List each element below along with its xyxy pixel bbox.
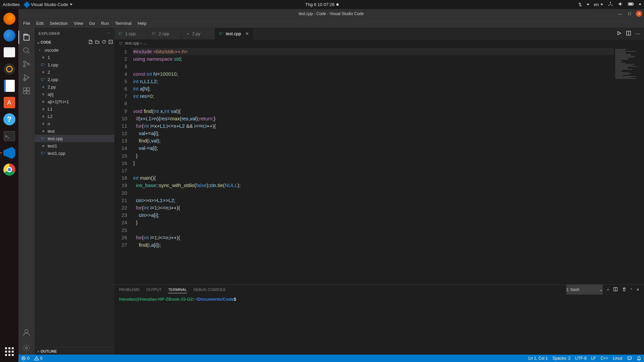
activity-extensions[interactable]	[18, 84, 35, 98]
activity-settings[interactable]	[18, 341, 35, 355]
panel-tab-terminal[interactable]: TERMINAL	[168, 286, 187, 293]
split-terminal-icon[interactable]	[613, 286, 618, 294]
battery-icon[interactable]	[628, 2, 634, 7]
dock-chromium[interactable]	[2, 163, 16, 177]
new-terminal-icon[interactable]: +	[607, 286, 609, 293]
tree-item-vscode[interactable]: ›.vscode	[35, 46, 114, 54]
breadcrumb[interactable]: C⁺ test.cpp › ...	[114, 40, 644, 47]
dock-files[interactable]	[2, 45, 16, 59]
dock-rhythmbox[interactable]	[2, 62, 16, 76]
status-errors[interactable]: 0	[21, 356, 30, 361]
editor-more-icon[interactable]: ⋯	[635, 31, 641, 37]
dock-show-apps[interactable]	[2, 345, 16, 359]
editor-tabs: C⁺1.cppC⁺2.cpp●2.pyC⁺test.cpp✕ ⋯	[114, 28, 644, 40]
sidebar-more-icon[interactable]: ⋯	[107, 31, 111, 36]
menu-go[interactable]: Go	[87, 20, 98, 27]
dock-libreoffice[interactable]	[2, 79, 16, 93]
chevron-right-icon[interactable]: ›	[36, 349, 41, 353]
tree-item-test[interactable]: ≡test	[35, 127, 114, 135]
network-icon[interactable]	[608, 1, 613, 8]
tree-item-2cpp[interactable]: C⁺2.cpp	[35, 76, 114, 83]
tree-item-L1[interactable]: ≡L1	[35, 105, 114, 113]
tree-item-testcpp[interactable]: C⁺test.cpp	[35, 135, 114, 142]
activities-button[interactable]: Activities	[3, 2, 20, 7]
tree-item-test1[interactable]: ≡test1	[35, 142, 114, 149]
activity-search[interactable]	[18, 44, 35, 57]
code-content[interactable]: #include <bits/stdc++.h>using namespace …	[133, 47, 614, 284]
kill-terminal-icon[interactable]	[622, 286, 627, 294]
close-button[interactable]: ✕	[636, 11, 642, 17]
activity-debug[interactable]	[18, 71, 35, 84]
workspace-root[interactable]: CODE	[41, 40, 88, 44]
status-feedback-icon[interactable]	[627, 356, 632, 361]
minimize-button[interactable]: —	[617, 11, 623, 17]
collapse-icon[interactable]	[108, 40, 113, 45]
accessibility-icon[interactable]: ⇅	[578, 2, 582, 7]
tree-item-1cpp[interactable]: C⁺1.cpp	[35, 61, 114, 68]
editor-tab-2py[interactable]: ●2.py	[181, 28, 215, 40]
dock-help[interactable]: ?	[2, 112, 16, 126]
menu-view[interactable]: View	[71, 20, 86, 27]
status-os[interactable]: Linux	[613, 356, 623, 361]
tree-item-2[interactable]: ≡2	[35, 68, 114, 76]
maximize-panel-icon[interactable]: ^	[631, 286, 632, 293]
close-tab-icon[interactable]: ✕	[245, 31, 249, 36]
menu-bar: File Edit Selection View Go Run Terminal…	[18, 18, 644, 28]
clock[interactable]: Thg 6 10 07:26	[305, 2, 339, 7]
tree-item-1[interactable]: ≡1	[35, 54, 114, 61]
tree-item-ai[interactable]: ≡a[i]	[35, 90, 114, 98]
tree-item-ai1ii1[interactable]: ≡a[i+1]?i:i+1	[35, 98, 114, 105]
new-file-icon[interactable]	[88, 40, 93, 45]
terminal-body[interactable]: hieudao@hieudao-HP-ZBook-15-G2:~/Documen…	[114, 295, 644, 355]
new-folder-icon[interactable]	[95, 40, 100, 45]
tree-item-test1cpp[interactable]: C⁺test1.cpp	[35, 149, 114, 157]
tree-item-2py[interactable]: ●2.py	[35, 83, 114, 90]
maximize-button[interactable]: ☐	[627, 11, 633, 17]
close-panel-icon[interactable]: ✕	[636, 286, 639, 293]
menu-selection[interactable]: Selection	[47, 20, 70, 27]
code-editor[interactable]: 1234567891011121314151617181920212223242…	[114, 47, 614, 284]
split-editor-icon[interactable]	[626, 31, 631, 37]
dock-terminal[interactable]: >_	[2, 129, 16, 143]
status-eol[interactable]: LF	[591, 356, 596, 361]
dock-vscode[interactable]	[2, 146, 16, 160]
menu-file[interactable]: File	[20, 20, 33, 27]
panel-tab-problems[interactable]: PROBLEMS	[119, 286, 140, 293]
run-icon[interactable]	[616, 31, 622, 37]
activity-accounts[interactable]	[18, 326, 35, 339]
svg-point-8	[23, 65, 25, 67]
status-language[interactable]: C++	[601, 356, 608, 361]
volume-icon[interactable]	[618, 1, 623, 8]
chevron-down-icon: ⌄	[599, 286, 603, 293]
activity-scm[interactable]	[18, 57, 35, 71]
chevron-down-icon[interactable]: ⌄	[36, 40, 41, 45]
status-indent[interactable]: Spaces: 2	[552, 356, 570, 361]
menu-edit[interactable]: Edit	[34, 20, 46, 27]
activity-explorer[interactable]	[18, 31, 35, 44]
dock-software[interactable]: A	[2, 96, 16, 110]
tree-item-n[interactable]: ≡n	[35, 120, 114, 127]
refresh-icon[interactable]	[102, 40, 106, 45]
terminal-selector[interactable]: 1: bash ⌄	[566, 285, 603, 295]
editor-tab-testcpp[interactable]: C⁺test.cpp✕	[215, 28, 253, 40]
panel-tab-output[interactable]: OUTPUT	[146, 286, 161, 293]
language-indicator[interactable]: en	[594, 2, 603, 7]
editor-tab-1cpp[interactable]: C⁺1.cpp	[114, 28, 148, 40]
editor-tab-2cpp[interactable]: C⁺2.cpp	[148, 28, 181, 40]
status-cursor[interactable]: Ln 1, Col 1	[528, 356, 548, 361]
outline-section[interactable]: OUTLINE	[41, 349, 57, 353]
dock-thunderbird[interactable]	[2, 28, 16, 43]
tree-item-L2[interactable]: ≡L2	[35, 113, 114, 120]
minimap[interactable]	[614, 47, 644, 284]
line-number-gutter: 1234567891011121314151617181920212223242…	[114, 47, 133, 284]
gnome-top-bar: Activities Visual Studio Code Thg 6 10 0…	[0, 0, 644, 9]
status-warnings[interactable]: 0	[34, 356, 43, 361]
menu-help[interactable]: Help	[135, 20, 149, 27]
menu-terminal[interactable]: Terminal	[112, 20, 134, 27]
dock-firefox[interactable]	[2, 12, 16, 26]
app-menu[interactable]: Visual Studio Code	[24, 2, 72, 7]
status-bell-icon[interactable]	[637, 356, 641, 361]
menu-run[interactable]: Run	[98, 20, 112, 27]
panel-tab-debugconsole[interactable]: DEBUG CONSOLE	[194, 286, 226, 293]
status-encoding[interactable]: UTF-8	[575, 356, 587, 361]
